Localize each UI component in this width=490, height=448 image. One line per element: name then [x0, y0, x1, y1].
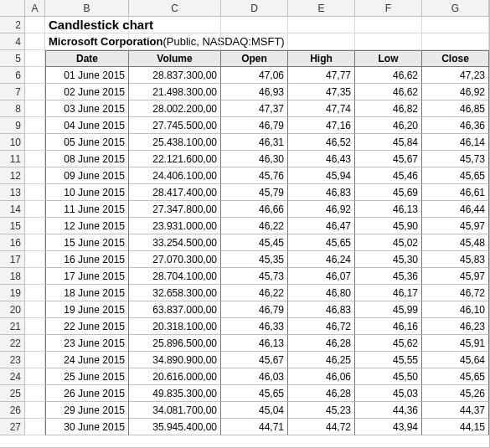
data-cell[interactable]: 45,26: [422, 385, 489, 402]
table-header-open[interactable]: Open: [221, 50, 288, 67]
column-header-C[interactable]: C: [129, 0, 221, 17]
cell-blank[interactable]: [221, 17, 288, 33]
data-cell[interactable]: 46,28: [288, 335, 355, 352]
data-cell[interactable]: 45,79: [221, 184, 288, 201]
subtitle-cell[interactable]: Microsoft Corporation (Public, NASDAQ:MS…: [45, 33, 129, 50]
data-cell[interactable]: 46,83: [288, 184, 355, 201]
data-cell[interactable]: 32.658.300,00: [129, 285, 221, 301]
data-cell[interactable]: 45,65: [422, 167, 489, 184]
data-cell[interactable]: 47,16: [288, 117, 355, 134]
data-cell[interactable]: 46,72: [422, 285, 489, 301]
row-header-13[interactable]: 13: [0, 184, 25, 201]
data-cell[interactable]: 45,48: [422, 234, 489, 251]
data-cell[interactable]: 63.837.000,00: [129, 301, 221, 318]
data-cell[interactable]: 46,13: [221, 335, 288, 352]
data-cell[interactable]: 45,65: [422, 368, 489, 385]
cell-blank[interactable]: [422, 33, 489, 50]
data-cell[interactable]: 46,03: [221, 368, 288, 385]
row-header-20[interactable]: 20: [0, 301, 25, 318]
cell-blank[interactable]: [129, 17, 221, 33]
data-cell[interactable]: 12 June 2015: [45, 218, 129, 234]
cell-blank[interactable]: [355, 33, 422, 50]
data-cell[interactable]: 45,02: [355, 234, 422, 251]
cell-blank[interactable]: [25, 218, 45, 234]
data-cell[interactable]: 46,79: [221, 117, 288, 134]
data-cell[interactable]: 25.438.100,00: [129, 134, 221, 151]
data-cell[interactable]: 23.931.000,00: [129, 218, 221, 234]
row-header-8[interactable]: 8: [0, 100, 25, 117]
data-cell[interactable]: 46,24: [288, 251, 355, 268]
cell-blank[interactable]: [25, 285, 45, 301]
data-cell[interactable]: 47,37: [221, 100, 288, 117]
row-header-22[interactable]: 22: [0, 335, 25, 352]
data-cell[interactable]: 20.318.100,00: [129, 318, 221, 335]
data-cell[interactable]: 20.616.000,00: [129, 368, 221, 385]
cell-blank[interactable]: [25, 167, 45, 184]
data-cell[interactable]: 46,07: [288, 268, 355, 285]
data-cell[interactable]: 47,23: [422, 67, 489, 84]
cell-blank[interactable]: [25, 84, 45, 100]
data-cell[interactable]: 47,77: [288, 67, 355, 84]
cell-blank[interactable]: [129, 33, 221, 50]
data-cell[interactable]: 47,06: [221, 67, 288, 84]
cell-blank[interactable]: [221, 33, 288, 50]
corner-cell[interactable]: [0, 0, 25, 17]
data-cell[interactable]: 43,94: [355, 419, 422, 435]
data-cell[interactable]: 45,99: [355, 301, 422, 318]
data-cell[interactable]: 26 June 2015: [45, 385, 129, 402]
data-cell[interactable]: 45,50: [355, 368, 422, 385]
data-cell[interactable]: 45,73: [422, 151, 489, 167]
data-cell[interactable]: 45,55: [355, 352, 422, 368]
data-cell[interactable]: 46,52: [288, 134, 355, 151]
data-cell[interactable]: 45,45: [221, 234, 288, 251]
data-cell[interactable]: 45,23: [288, 402, 355, 419]
data-cell[interactable]: 18 June 2015: [45, 285, 129, 301]
data-cell[interactable]: 23 June 2015: [45, 335, 129, 352]
table-header-high[interactable]: High: [288, 50, 355, 67]
row-header-16[interactable]: 16: [0, 234, 25, 251]
data-cell[interactable]: 28.417.400,00: [129, 184, 221, 201]
data-cell[interactable]: 28.002.200,00: [129, 100, 221, 117]
row-header-9[interactable]: 9: [0, 117, 25, 134]
table-header-volume[interactable]: Volume: [129, 50, 221, 67]
row-header-26[interactable]: 26: [0, 402, 25, 419]
data-cell[interactable]: 25.896.500,00: [129, 335, 221, 352]
data-cell[interactable]: 46,10: [422, 301, 489, 318]
data-cell[interactable]: 28.704.100,00: [129, 268, 221, 285]
data-cell[interactable]: 08 June 2015: [45, 151, 129, 167]
data-cell[interactable]: 46,06: [288, 368, 355, 385]
cell-blank[interactable]: [25, 368, 45, 385]
data-cell[interactable]: 01 June 2015: [45, 67, 129, 84]
row-header-14[interactable]: 14: [0, 201, 25, 218]
row-header-18[interactable]: 18: [0, 268, 25, 285]
data-cell[interactable]: 44,15: [422, 419, 489, 435]
title-cell[interactable]: Candlestick chart: [45, 17, 129, 33]
data-cell[interactable]: 45,91: [422, 335, 489, 352]
data-cell[interactable]: 47,74: [288, 100, 355, 117]
data-cell[interactable]: 03 June 2015: [45, 100, 129, 117]
cell-blank[interactable]: [25, 251, 45, 268]
row-header-25[interactable]: 25: [0, 385, 25, 402]
data-cell[interactable]: 46,13: [355, 201, 422, 218]
data-cell[interactable]: 19 June 2015: [45, 301, 129, 318]
data-cell[interactable]: 46,44: [422, 201, 489, 218]
column-header-G[interactable]: G: [422, 0, 489, 17]
data-cell[interactable]: 45,69: [355, 184, 422, 201]
spreadsheet-grid[interactable]: ABCDEFG2Candlestick chart4Microsoft Corp…: [0, 0, 489, 435]
data-cell[interactable]: 46,25: [288, 352, 355, 368]
data-cell[interactable]: 45,97: [422, 268, 489, 285]
data-cell[interactable]: 04 June 2015: [45, 117, 129, 134]
row-header-6[interactable]: 6: [0, 67, 25, 84]
data-cell[interactable]: 46,17: [355, 285, 422, 301]
data-cell[interactable]: 46,31: [221, 134, 288, 151]
data-cell[interactable]: 34.890.900,00: [129, 352, 221, 368]
cell-blank[interactable]: [25, 318, 45, 335]
data-cell[interactable]: 09 June 2015: [45, 167, 129, 184]
cell-blank[interactable]: [25, 67, 45, 84]
cell-blank[interactable]: [288, 33, 355, 50]
cell-blank[interactable]: [25, 301, 45, 318]
row-header-4[interactable]: 4: [0, 33, 25, 50]
row-header-23[interactable]: 23: [0, 352, 25, 368]
data-cell[interactable]: 44,72: [288, 419, 355, 435]
cell-blank[interactable]: [25, 352, 45, 368]
